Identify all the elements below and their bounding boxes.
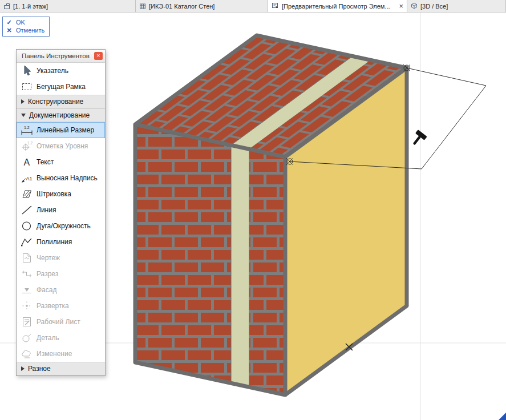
detail-icon — [20, 332, 34, 344]
tool-item-label: Фасад — [37, 286, 56, 294]
elevation-icon — [20, 284, 34, 296]
cube-icon — [411, 2, 418, 10]
tool-item-label: Чертеж — [37, 254, 60, 262]
tool-item-label: Штриховка — [37, 190, 71, 198]
check-icon: ✓ — [6, 19, 12, 26]
tool-item-label: Полилиния — [37, 238, 72, 246]
tool-panel-title: Панель Инструментов — [22, 52, 90, 59]
tool-item-worksheet[interactable]: Рабочий Лист — [17, 314, 105, 330]
collapsed-arrow-icon — [21, 366, 25, 371]
linear-dimension-icon: 1.2 — [20, 124, 34, 136]
floorplan-icon — [3, 3, 10, 10]
tool-item-section[interactable]: Разрез — [17, 266, 105, 282]
tool-item-label: Линия — [37, 206, 56, 214]
confirm-palette: ✓ OK ✕ Отменить — [2, 17, 50, 37]
section-misc[interactable]: Разное — [17, 362, 105, 375]
x-icon: ✕ — [6, 27, 12, 34]
tool-item-pointer[interactable]: Указатель — [17, 63, 105, 79]
interior-elevation-icon — [20, 300, 34, 312]
tool-item-drawing[interactable]: Чертеж — [17, 250, 105, 266]
dimension-line — [422, 86, 486, 169]
wall-front-brick-layer — [135, 124, 231, 383]
tab-label: [3D / Все] — [420, 3, 448, 10]
tool-item-line[interactable]: Линия — [17, 202, 105, 218]
svg-text:1.2: 1.2 — [24, 126, 30, 130]
ok-label: OK — [16, 19, 25, 26]
line-icon — [20, 204, 34, 216]
change-icon — [20, 348, 34, 360]
text-icon: A — [20, 156, 34, 168]
tab-floor-plan[interactable]: [1. 1-й этаж] — [0, 0, 136, 12]
tool-item-interior-elevation[interactable]: Развертка — [17, 298, 105, 314]
hatch-icon — [20, 188, 34, 200]
circle-icon — [20, 220, 34, 232]
tool-panel: Панель Инструментов × Указатель Бегущая … — [16, 49, 106, 376]
section-label: Разное — [28, 365, 51, 373]
svg-text:A1: A1 — [26, 176, 33, 181]
app-window: [1. 1-й этаж] [ИКЭ-01 Каталог Стен] [Пре… — [0, 0, 506, 420]
cancel-button[interactable]: ✕ Отменить — [6, 26, 44, 34]
tool-item-level-mark[interactable]: 1.2 Отметка Уровня — [17, 138, 105, 154]
tool-item-polyline[interactable]: Полилиния — [17, 234, 105, 250]
tool-item-label: Развертка — [37, 302, 69, 310]
tab-label: [Предварительный Просмотр Элем... — [282, 3, 390, 10]
grid-icon — [139, 3, 146, 10]
tab-3d-all[interactable]: [3D / Все] — [407, 0, 506, 12]
wall-front-brick-layer-2 — [249, 149, 285, 395]
ok-button[interactable]: ✓ OK — [6, 18, 44, 26]
tool-item-label: Рабочий Лист — [37, 318, 80, 326]
close-icon[interactable]: × — [94, 52, 103, 60]
hammer-cursor — [410, 130, 427, 148]
tab-bar: [1. 1-й этаж] [ИКЭ-01 Каталог Стен] [Пре… — [0, 0, 506, 13]
drawing-icon — [20, 252, 34, 264]
tool-item-text[interactable]: A Текст — [17, 154, 105, 170]
svg-text:1.2: 1.2 — [27, 141, 33, 145]
tool-item-label: Отметка Уровня — [37, 142, 88, 150]
preview-icon — [272, 2, 279, 10]
tool-item-arc-circle[interactable]: Дуга/Окружность — [17, 218, 105, 234]
wall-3d-preview — [135, 35, 407, 395]
tool-item-label: Дуга/Окружность — [37, 222, 91, 230]
tab-element-preview[interactable]: [Предварительный Просмотр Элем... × — [268, 0, 407, 12]
svg-text:A: A — [24, 158, 30, 167]
expanded-arrow-icon — [21, 114, 26, 117]
tool-item-change[interactable]: Изменение — [17, 346, 105, 362]
tool-item-hatch[interactable]: Штриховка — [17, 186, 105, 202]
tab-close-icon[interactable]: × — [395, 2, 403, 10]
dimension-witness-line-1 — [407, 68, 486, 86]
tool-item-label: Деталь — [37, 334, 59, 342]
tool-item-label: Разрез — [37, 270, 58, 278]
marquee-icon — [20, 80, 34, 93]
section-label: Конструирование — [28, 98, 83, 106]
pointer-icon — [20, 64, 34, 77]
section-mark-icon — [20, 268, 34, 280]
tab-label: [ИКЭ-01 Каталог Стен] — [149, 3, 214, 10]
wall-front-membrane-layer — [231, 145, 249, 387]
tool-item-callout[interactable]: A1 Выносная Надпись — [17, 170, 105, 186]
tool-item-label: Указатель — [37, 67, 68, 75]
tool-item-detail[interactable]: Деталь — [17, 330, 105, 346]
tool-item-elevation[interactable]: Фасад — [17, 282, 105, 298]
tool-item-label: Выносная Надпись — [37, 174, 98, 182]
tool-panel-titlebar[interactable]: Панель Инструментов × — [17, 50, 105, 63]
pane-resize-corner[interactable] — [499, 413, 506, 420]
callout-icon: A1 — [20, 172, 34, 184]
level-mark-icon: 1.2 — [20, 140, 34, 152]
section-label: Документирование — [29, 111, 90, 119]
tool-item-label: Текст — [37, 158, 54, 166]
tool-item-label: Бегущая Рамка — [37, 83, 86, 91]
polyline-icon — [20, 236, 34, 248]
tool-item-linear-dimension[interactable]: 1.2 Линейный Размер — [17, 122, 105, 138]
tab-wall-catalog[interactable]: [ИКЭ-01 Каталог Стен] — [136, 0, 268, 12]
tool-item-marquee[interactable]: Бегущая Рамка — [17, 79, 105, 95]
collapsed-arrow-icon — [21, 99, 25, 104]
tool-item-label: Линейный Размер — [37, 126, 94, 134]
cancel-label: Отменить — [16, 27, 44, 34]
section-design[interactable]: Конструирование — [17, 95, 105, 108]
worksheet-icon — [20, 316, 34, 328]
tool-item-label: Изменение — [37, 350, 72, 358]
section-documentation[interactable]: Документирование — [17, 108, 105, 122]
tab-label: [1. 1-й этаж] — [13, 3, 48, 10]
